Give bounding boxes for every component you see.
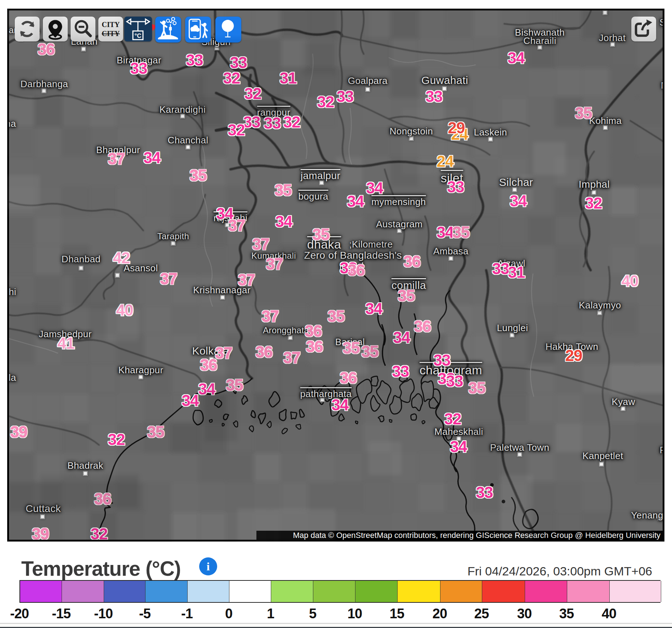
svg-text:°C: °C	[134, 32, 141, 39]
